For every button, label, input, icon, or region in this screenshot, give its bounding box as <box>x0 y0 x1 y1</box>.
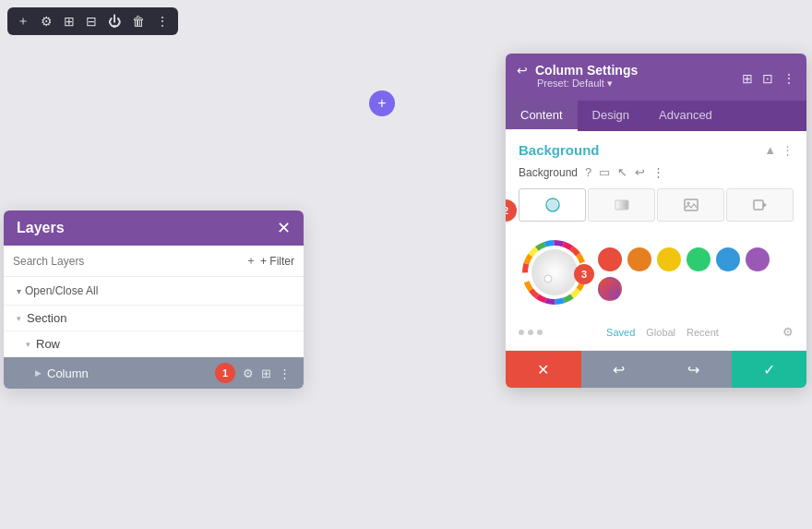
color-swatches <box>598 247 790 301</box>
column-chevron-icon: ▶ <box>35 368 42 378</box>
layers-title: Layers <box>17 220 65 236</box>
color-category-labels: Saved Global Recent <box>606 327 719 338</box>
cancel-button[interactable]: ✕ <box>506 351 581 388</box>
tab-design[interactable]: Design <box>578 101 644 131</box>
column-duplicate-icon[interactable]: ⊞ <box>261 367 271 380</box>
color-pagination-dots <box>519 330 543 335</box>
color-bottom-row: Saved Global Recent ⚙ <box>519 325 794 339</box>
settings-tabs: Content Design Advanced <box>506 101 806 131</box>
section-settings-icon[interactable]: ⚙ <box>223 311 234 325</box>
undo-button[interactable]: ↩ <box>581 351 657 388</box>
layers-search-input[interactable] <box>13 255 238 268</box>
swatch-purple[interactable] <box>746 247 770 271</box>
layer-section-item[interactable]: ▾ Section ⚙ ⊞ 🗑 ⋮ <box>4 305 304 331</box>
color-gear-icon[interactable]: ⚙ <box>782 325 794 339</box>
swatch-red[interactable] <box>598 247 622 271</box>
save-button[interactable]: ✓ <box>732 351 807 388</box>
settings-more-icon[interactable]: ⋮ <box>782 71 795 86</box>
bg-tab-color[interactable] <box>519 188 586 222</box>
layers-search-row: ＋ + Filter <box>4 246 304 277</box>
background-undo-icon[interactable]: ↩ <box>635 165 645 179</box>
bg-tab-gradient[interactable] <box>588 188 655 222</box>
settings-expand-icon[interactable]: ⊞ <box>742 71 753 86</box>
layer-row-item[interactable]: ▾ Row ⚙ ⊞ 🗑 ⋮ <box>4 331 304 356</box>
layers-header: Layers ✕ <box>4 210 304 246</box>
row-label: Row <box>36 337 223 351</box>
layers-filter-button[interactable]: ＋ + Filter <box>245 253 294 269</box>
section-more-icon[interactable]: ⋮ <box>279 311 291 325</box>
settings-preset[interactable]: Preset: Default ▾ <box>517 78 638 93</box>
row-delete-icon[interactable]: 🗑 <box>259 337 271 351</box>
image-icon <box>684 198 699 212</box>
row-settings-icon[interactable]: ⚙ <box>223 337 234 351</box>
power-icon[interactable]: ⏻ <box>108 14 121 29</box>
background-type-tabs <box>519 188 794 222</box>
background-help-icon[interactable]: ? <box>585 165 591 179</box>
swatch-gradient[interactable] <box>598 277 622 301</box>
swatch-green[interactable] <box>687 247 710 271</box>
redo-button[interactable]: ↪ <box>656 351 732 388</box>
video-icon <box>753 198 768 212</box>
settings-header: ↩ Column Settings Preset: Default ▾ ⊞ ⊡ … <box>506 54 806 101</box>
column-label: Column <box>47 367 215 380</box>
background-section-title: Background <box>519 142 600 158</box>
row-chevron-icon: ▾ <box>26 340 30 349</box>
filter-plus-icon: ＋ <box>245 253 257 269</box>
dot-1 <box>519 330 524 335</box>
delete-icon[interactable]: 🗑 <box>132 14 145 29</box>
section-collapse-icon[interactable]: ▲ <box>764 143 776 157</box>
swatch-orange[interactable] <box>627 247 651 271</box>
background-sub-label: Background <box>519 166 578 179</box>
settings-layout-icon[interactable]: ⊡ <box>762 71 773 86</box>
layers-close-button[interactable]: ✕ <box>277 220 291 236</box>
settings-header-icons: ⊞ ⊡ ⋮ <box>742 71 795 86</box>
global-label[interactable]: Global <box>646 327 675 338</box>
section-duplicate-icon[interactable]: ⊞ <box>242 311 252 325</box>
section-delete-icon[interactable]: 🗑 <box>259 311 271 325</box>
add-icon[interactable]: ＋ <box>17 13 30 30</box>
row-more-icon[interactable]: ⋮ <box>279 337 291 351</box>
svg-rect-2 <box>685 199 698 210</box>
top-toolbar: ＋ ⚙ ⊞ ⊟ ⏻ 🗑 ⋮ <box>7 7 178 35</box>
row-duplicate-icon[interactable]: ⊞ <box>242 337 252 351</box>
section-chevron-icon: ▾ <box>17 314 21 323</box>
recent-label[interactable]: Recent <box>687 327 719 338</box>
column-settings-icon[interactable]: ⚙ <box>243 367 254 380</box>
background-sub-header: Background ? ▭ ↖ ↩ ⋮ <box>519 165 794 179</box>
background-more-icon[interactable]: ⋮ <box>652 165 664 179</box>
svg-rect-1 <box>615 200 628 210</box>
tab-advanced[interactable]: Advanced <box>644 101 727 131</box>
layer-column-item[interactable]: ▶ Column 1 ⚙ ⊞ ⋮ <box>4 356 304 389</box>
filter-label: + Filter <box>260 255 294 268</box>
canvas-add-button[interactable]: + <box>369 90 395 116</box>
section-menu-icon[interactable]: ⋮ <box>782 143 794 157</box>
svg-point-17 <box>544 275 552 283</box>
column-more-icon[interactable]: ⋮ <box>279 367 291 380</box>
columns-icon[interactable]: ⊟ <box>86 14 97 29</box>
color-wheel-wrapper: 3 <box>522 240 587 308</box>
bg-tab-image[interactable] <box>657 188 724 222</box>
badge-2: 2 <box>506 199 517 222</box>
svg-rect-4 <box>754 200 763 210</box>
saved-label[interactable]: Saved <box>606 327 635 338</box>
swatch-blue[interactable] <box>716 247 740 271</box>
grid-icon[interactable]: ⊞ <box>64 14 75 29</box>
settings-panel: ↩ Column Settings Preset: Default ▾ ⊞ ⊡ … <box>506 54 806 388</box>
settings-title-row: ↩ Column Settings <box>517 63 638 78</box>
background-cursor-icon[interactable]: ↖ <box>617 165 627 179</box>
settings-icon[interactable]: ⚙ <box>41 14 53 29</box>
open-close-label: Open/Close All <box>25 284 98 297</box>
swatch-yellow[interactable] <box>657 247 681 271</box>
tab-content[interactable]: Content <box>506 101 578 131</box>
dot-2 <box>528 330 533 335</box>
more-icon[interactable]: ⋮ <box>156 14 169 29</box>
dot-3 <box>537 330 543 335</box>
badge-3: 3 <box>574 264 594 284</box>
layers-open-close[interactable]: ▾ Open/Close All <box>4 277 304 305</box>
bg-tab-video[interactable] <box>726 188 794 222</box>
settings-back-icon[interactable]: ↩ <box>517 63 528 78</box>
settings-title: Column Settings <box>535 63 638 78</box>
badge-1: 1 <box>215 363 235 383</box>
color-palette-icon <box>545 198 560 212</box>
background-device-icon[interactable]: ▭ <box>599 165 610 179</box>
